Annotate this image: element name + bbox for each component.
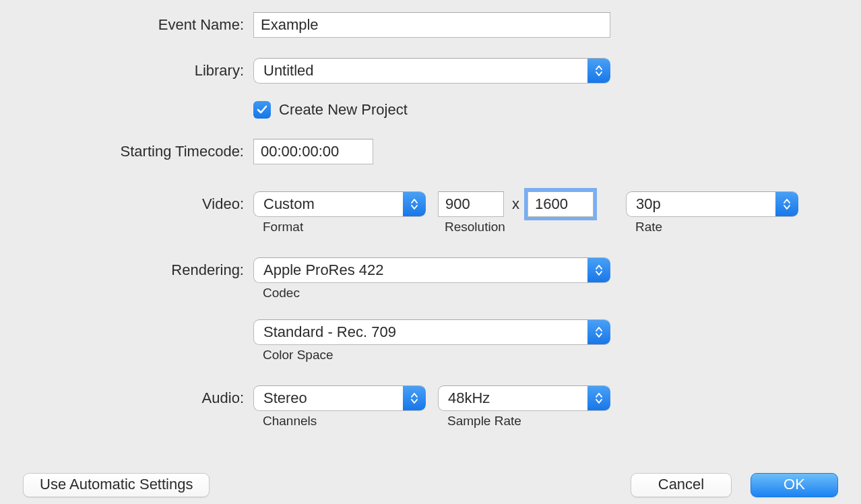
video-rate-stack: 30p Rate — [626, 191, 798, 234]
rendering-colorspace-stack: Standard - Rec. 709 Color Space — [253, 319, 610, 363]
video-resolution-caption: Resolution — [438, 220, 594, 234]
video-rate-select[interactable]: 30p — [626, 191, 798, 217]
rendering-colorspace-select[interactable]: Standard - Rec. 709 — [253, 319, 610, 345]
cancel-button[interactable]: Cancel — [631, 473, 732, 497]
library-select-value: Untitled — [254, 59, 587, 84]
audio-channels-select[interactable]: Stereo — [253, 385, 426, 411]
rendering-codec-value: Apple ProRes 422 — [254, 258, 587, 283]
row-audio: Audio: Stereo Channels 48kHz — [0, 385, 861, 429]
audio-channels-stack: Stereo Channels — [253, 385, 426, 429]
audio-samplerate-select[interactable]: 48kHz — [438, 385, 610, 411]
video-format-value: Custom — [254, 192, 403, 217]
rendering-codec-caption: Codec — [253, 286, 610, 301]
updown-arrows-icon — [587, 385, 610, 411]
create-new-project-label: Create New Project — [279, 101, 408, 119]
row-rendering: Rendering: Apple ProRes 422 Codec Standa… — [0, 257, 861, 363]
row-create-project: Create New Project — [0, 101, 861, 119]
starting-timecode-label: Starting Timecode: — [0, 139, 253, 164]
audio-samplerate-stack: 48kHz Sample Rate — [438, 385, 610, 429]
video-rate-value: 30p — [627, 192, 775, 217]
audio-channels-value: Stereo — [254, 386, 403, 411]
event-name-input[interactable] — [253, 12, 610, 38]
video-width-input[interactable] — [438, 191, 504, 217]
ok-button[interactable]: OK — [751, 473, 838, 497]
video-format-caption: Format — [253, 220, 426, 234]
starting-timecode-input[interactable] — [253, 139, 373, 164]
video-resolution-stack: x Resolution — [438, 191, 594, 234]
event-name-label: Event Name: — [0, 12, 253, 38]
row-video: Video: Custom Format — [0, 191, 861, 234]
audio-samplerate-caption: Sample Rate — [438, 414, 610, 429]
updown-arrows-icon — [587, 257, 610, 283]
rendering-codec-stack: Apple ProRes 422 Codec — [253, 257, 610, 301]
library-select[interactable]: Untitled — [253, 58, 610, 84]
updown-arrows-icon — [587, 319, 610, 345]
create-new-project-checkbox[interactable] — [253, 101, 271, 119]
video-rate-caption: Rate — [626, 220, 798, 234]
video-format-select[interactable]: Custom — [253, 191, 426, 217]
library-label: Library: — [0, 58, 253, 84]
dialog-footer: Use Automatic Settings Cancel OK — [0, 473, 861, 497]
rendering-colorspace-caption: Color Space — [253, 348, 610, 363]
new-event-dialog: Event Name: Library: Untitled — [0, 0, 861, 504]
video-height-input[interactable] — [528, 191, 594, 217]
rendering-codec-select[interactable]: Apple ProRes 422 — [253, 257, 610, 283]
rendering-label: Rendering: — [0, 257, 253, 283]
audio-channels-caption: Channels — [253, 414, 426, 429]
resolution-separator: x — [504, 191, 528, 217]
audio-samplerate-value: 48kHz — [439, 386, 587, 411]
rendering-colorspace-value: Standard - Rec. 709 — [254, 320, 587, 345]
row-event-name: Event Name: — [0, 12, 861, 38]
video-label: Video: — [0, 191, 253, 217]
use-automatic-settings-button[interactable]: Use Automatic Settings — [23, 473, 210, 497]
audio-label: Audio: — [0, 385, 253, 411]
updown-arrows-icon — [403, 191, 426, 217]
updown-arrows-icon — [775, 191, 798, 217]
updown-arrows-icon — [403, 385, 426, 411]
video-format-stack: Custom Format — [253, 191, 426, 234]
form-area: Event Name: Library: Untitled — [0, 9, 861, 429]
row-starting-timecode: Starting Timecode: — [0, 139, 861, 164]
updown-arrows-icon — [587, 58, 610, 84]
row-library: Library: Untitled — [0, 58, 861, 84]
